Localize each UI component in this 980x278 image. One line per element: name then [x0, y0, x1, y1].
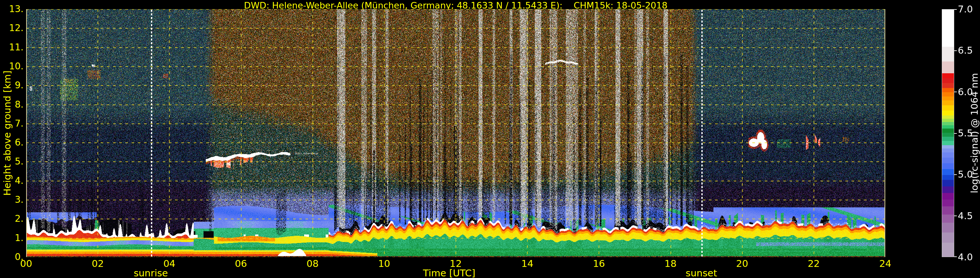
- colorbar-tick-label: 4.0: [958, 251, 973, 263]
- x-tick-label: 06: [235, 258, 247, 269]
- x-tick-label: 20: [736, 258, 748, 269]
- x-tick-label: 16: [593, 258, 605, 269]
- y-tick-label: 1.: [0, 233, 24, 244]
- colorbar-label: log(rc-signal) @ 1064 nm: [969, 73, 980, 193]
- sunset-annotation-label: sunset: [686, 268, 717, 278]
- y-tick-label: 11.: [0, 42, 24, 53]
- y-tick-label: 13.: [0, 3, 24, 15]
- x-tick-label: 14: [521, 258, 533, 269]
- x-tick-label: 24: [880, 258, 891, 269]
- sunrise-annotation-label: sunrise: [134, 268, 168, 278]
- colorbar-tick-label: 4.5: [958, 210, 973, 221]
- x-tick-label: 18: [665, 258, 676, 269]
- x-tick-label: 08: [306, 258, 318, 269]
- x-tick-label: 10: [378, 258, 390, 269]
- x-tick-label: 00: [20, 258, 32, 269]
- x-tick-label: 22: [808, 258, 819, 269]
- y-tick-label: 12.: [0, 22, 24, 34]
- x-tick-label: 02: [92, 258, 104, 269]
- heatmap-plot-area: [26, 9, 885, 257]
- colorbar-tick-label: 7.0: [958, 3, 973, 15]
- x-axis-label: Time [UTC]: [423, 268, 475, 278]
- y-tick-label: 2.: [0, 213, 24, 224]
- colorbar: [942, 9, 958, 257]
- ceilometer-quicklook: DWD: Helene-Weber-Allee (München, German…: [0, 0, 980, 278]
- y-axis-label: Height above ground [km]: [2, 71, 13, 196]
- y-tick-label: 3.: [0, 194, 24, 205]
- colorbar-tick-label: 6.5: [958, 45, 973, 56]
